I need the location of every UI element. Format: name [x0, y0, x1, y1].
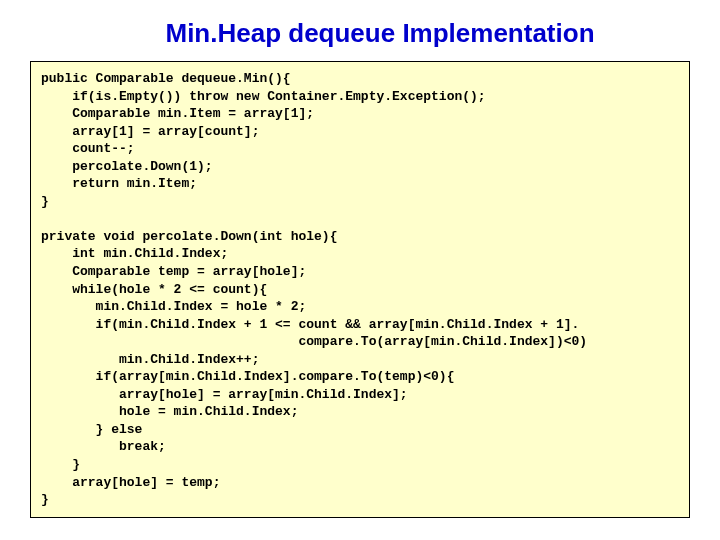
- code-block: public Comparable dequeue.Min(){ if(is.E…: [30, 61, 690, 518]
- slide-container: Min.Heap dequeue Implementation public C…: [0, 0, 720, 540]
- slide-title: Min.Heap dequeue Implementation: [70, 18, 690, 49]
